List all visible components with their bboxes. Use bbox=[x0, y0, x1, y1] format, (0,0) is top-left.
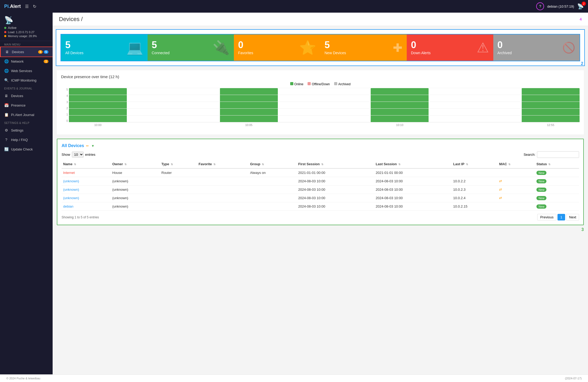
col-last-ip[interactable]: Last IP ⇅ bbox=[452, 160, 498, 168]
devices-badges: 5 5 bbox=[38, 50, 48, 54]
sidebar-item-update[interactable]: 🔄 Update Check bbox=[0, 144, 53, 154]
stat-all-devices-number: 5 bbox=[65, 40, 83, 50]
sort-mac-icon: ⇅ bbox=[508, 163, 510, 166]
archived-icon: 🚫 bbox=[562, 42, 575, 54]
sidebar-item-journal[interactable]: 📋 Pi.Alert Journal bbox=[0, 110, 53, 119]
row-4-ip: 10.0.2.4 bbox=[452, 194, 498, 202]
sidebar-status: 📡 Active Load: 1.23 0.71 0.27 Memory usa… bbox=[0, 13, 53, 41]
stat-all-devices[interactable]: 5 All Devices 💻 bbox=[61, 34, 148, 61]
footer: © 2024 Puche & leiweibau (2024-07-17) bbox=[0, 374, 588, 382]
hamburger-icon[interactable]: ☰ bbox=[25, 4, 29, 9]
row-1-name[interactable]: Internet bbox=[62, 168, 111, 177]
row-4-mac: ⇄ bbox=[497, 194, 535, 202]
stat-archived-number: 0 bbox=[497, 40, 512, 50]
row-3-favorite bbox=[197, 185, 249, 194]
load-dot bbox=[4, 31, 6, 33]
search-label: Search: bbox=[524, 153, 535, 157]
entries-select[interactable]: 10 25 50 bbox=[72, 152, 84, 158]
x-gap-2 bbox=[280, 123, 369, 127]
chart-bars-area: 10:00 10:05 10:10 12:55 bbox=[69, 88, 580, 127]
journal-icon: 📋 bbox=[4, 113, 8, 117]
search-input[interactable] bbox=[537, 151, 579, 158]
x-label-1010: 10:10 bbox=[371, 123, 429, 127]
row-3-name[interactable]: (unknown) bbox=[62, 185, 111, 194]
row-4-owner: (unknown) bbox=[111, 194, 160, 202]
stat-archived-info: 0 Archived bbox=[497, 40, 512, 55]
sidebar-item-devices[interactable]: 🖥 Devices 5 5 bbox=[0, 47, 53, 57]
stat-new-devices-info: 5 New Devices bbox=[325, 40, 346, 55]
row-5-name[interactable]: debian bbox=[62, 202, 111, 211]
showing-text: Showing 1 to 5 of 5 entries bbox=[62, 215, 99, 219]
stat-archived[interactable]: 0 Archived 🚫 bbox=[493, 34, 580, 61]
chart-title: Device presence over time (12 h) bbox=[61, 74, 580, 79]
page-1-button[interactable]: 1 bbox=[557, 214, 565, 220]
table-body: Internet House Router Always on 2021-01-… bbox=[62, 168, 579, 211]
filter-icon[interactable]: ▼ bbox=[91, 144, 94, 148]
connected-icon: 🔌 bbox=[213, 40, 230, 56]
stat-favorites-info: 0 Favorites bbox=[238, 40, 253, 55]
stat-new-devices[interactable]: 5 New Devices ✚ bbox=[320, 34, 407, 61]
stat-down-alerts-label: Down Alerts bbox=[411, 51, 431, 55]
sidebar-item-icmp[interactable]: 🔍 ICMP Monitoring bbox=[0, 76, 53, 85]
all-devices-icon: 💻 bbox=[126, 40, 143, 56]
row-1-group: Always on bbox=[248, 168, 296, 177]
row-3-owner: (unknown) bbox=[111, 185, 160, 194]
stat-down-alerts[interactable]: 0 Down Alerts ⚠ bbox=[407, 34, 493, 61]
col-group[interactable]: Group ⇅ bbox=[248, 160, 296, 168]
sort-first-icon: ⇅ bbox=[321, 163, 323, 166]
row-4-name[interactable]: (unknown) bbox=[62, 194, 111, 202]
table-head: Name ⇅ Owner ⇅ Type ⇅ Favorite ⇅ Group ⇅… bbox=[62, 160, 579, 168]
table-header: All Devices ✏ ▼ bbox=[62, 143, 579, 148]
next-button[interactable]: Next bbox=[566, 214, 579, 220]
sidebar-item-presence[interactable]: 📅 Presence bbox=[0, 100, 53, 110]
edit-icon[interactable]: ✏ bbox=[86, 144, 89, 148]
y-label-4: 4 bbox=[61, 94, 68, 97]
page-number: 4 bbox=[580, 17, 582, 21]
sort-type-icon: ⇅ bbox=[171, 163, 173, 166]
row-5-status: New bbox=[535, 202, 579, 211]
sidebar-item-help[interactable]: ? Help / FAQ bbox=[0, 135, 53, 144]
top-navbar: Pi.Alert ☰ ↻ ? debian (10:57:19) 📡 2 bbox=[0, 0, 588, 13]
col-first-session[interactable]: First Session ⇅ bbox=[297, 160, 374, 168]
help-button[interactable]: ? bbox=[536, 2, 544, 10]
y-label-2: 2 bbox=[61, 107, 68, 110]
row-2-last: 2024-08-03 10:00 bbox=[374, 177, 452, 185]
col-mac[interactable]: MAC ⇅ bbox=[497, 160, 535, 168]
refresh-icon[interactable]: ↻ bbox=[33, 4, 36, 9]
stat-favorites-label: Favorites bbox=[238, 51, 253, 55]
sidebar-presence-label: Presence bbox=[11, 103, 48, 107]
col-status[interactable]: Status ⇅ bbox=[535, 160, 579, 168]
stats-grid: 5 All Devices 💻 5 Connected 🔌 0 Favo bbox=[61, 34, 580, 61]
network-badge: 2 bbox=[582, 2, 586, 6]
col-name[interactable]: Name ⇅ bbox=[62, 160, 111, 168]
sidebar-item-network[interactable]: 🌐 Network 1 bbox=[0, 57, 53, 66]
stat-all-devices-label: All Devices bbox=[65, 51, 83, 55]
row-4-type bbox=[160, 194, 197, 202]
sidebar-settings-label: Settings bbox=[11, 128, 48, 132]
shuffle-icon: ⇄ bbox=[499, 179, 502, 183]
sidebar-item-web-services[interactable]: 🌐 Web Services bbox=[0, 66, 53, 76]
y-label-1: 1 bbox=[61, 113, 68, 116]
row-2-name[interactable]: (unknown) bbox=[62, 177, 111, 185]
prev-button[interactable]: Previous bbox=[537, 214, 556, 220]
col-owner[interactable]: Owner ⇅ bbox=[111, 160, 160, 168]
sidebar-item-devices-ev[interactable]: 🖥 Devices bbox=[0, 91, 53, 100]
memory-label: Memory usage: 28.9% bbox=[8, 34, 37, 38]
row-3-type bbox=[160, 185, 197, 194]
table-row: (unknown) (unknown) 2024-08-03 10:00 202… bbox=[62, 194, 579, 202]
col-type[interactable]: Type ⇅ bbox=[160, 160, 197, 168]
devices-ev-icon: 🖥 bbox=[4, 94, 8, 98]
stat-favorites[interactable]: 0 Favorites ⭐ bbox=[234, 34, 320, 61]
row-1-owner: House bbox=[111, 168, 160, 177]
sidebar-item-settings[interactable]: ⚙ Settings bbox=[0, 125, 53, 135]
devices-badge-2: 5 bbox=[44, 50, 48, 54]
stat-connected[interactable]: 5 Connected 🔌 bbox=[148, 34, 234, 61]
top-nav-right: ? debian (10:57:19) 📡 2 bbox=[536, 2, 584, 10]
content-area: Devices / 4 5 All Devices 💻 5 Connected bbox=[53, 13, 588, 374]
chart-x-labels: 10:00 10:05 10:10 12:55 bbox=[69, 123, 580, 127]
col-last-session[interactable]: Last Session ⇅ bbox=[374, 160, 452, 168]
footer-date: (2024-07-17) bbox=[565, 377, 582, 380]
stat-favorites-number: 0 bbox=[238, 40, 253, 50]
update-icon: 🔄 bbox=[4, 147, 8, 151]
col-favorite[interactable]: Favorite ⇅ bbox=[197, 160, 249, 168]
